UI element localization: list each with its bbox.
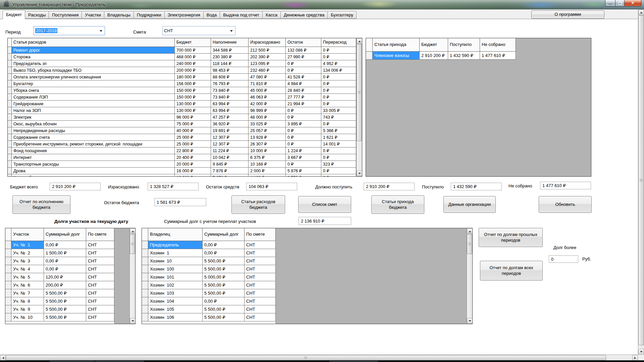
cell-name[interactable]: Фонд поощрения	[12, 147, 175, 154]
cell-remainder[interactable]: 0 ₽	[286, 127, 321, 134]
table-row[interactable]: Вывоз ТБО, уборка площадки ТБО 200 000 ₽…	[8, 67, 356, 74]
cell-owner[interactable]: Хозяин 106	[148, 313, 203, 321]
cell-fill[interactable]: 76 793 ₽	[211, 80, 249, 87]
table-row[interactable]: Содержание ЛЭП 150 000 ₽ 73 840 ₽ 46 063…	[8, 94, 356, 101]
spent-field[interactable]: 1 328 527 ₽	[148, 183, 199, 190]
cell-estimate[interactable]: СНТ	[86, 313, 114, 321]
cell-estimate[interactable]: СНТ	[86, 257, 114, 265]
column-header[interactable]: Участок	[11, 228, 44, 241]
cell-overrun[interactable]: 743 ₽	[321, 114, 356, 121]
table-row[interactable]: Уборка снега 150 000 ₽ 73 840 ₽ 45 000 ₽…	[8, 87, 356, 94]
cell-debt[interactable]: 200,00 ₽	[44, 281, 86, 289]
cell-remainder[interactable]: 0 ₽	[286, 141, 321, 147]
cell-debt[interactable]: 0,00 ₽	[44, 265, 86, 273]
plots-table-scrollbar[interactable]	[129, 228, 135, 324]
cell-debt[interactable]: 1 500,00 ₽	[44, 249, 86, 257]
table-row[interactable]: Налог на ЗОП 130 000 ₽ 63 994 ₽ 96 999 ₽…	[8, 107, 356, 114]
remainder-field[interactable]: 104 063 ₽	[246, 183, 297, 190]
scroll-up-button[interactable]	[467, 228, 473, 234]
row-header[interactable]	[8, 60, 12, 67]
estimate-list-button[interactable]: Список смет	[298, 196, 351, 213]
cell-owner[interactable]: Хозяин 105	[148, 305, 203, 313]
debts-total-field[interactable]: 2 136 910 ₽	[299, 217, 351, 225]
cell-overrun[interactable]: 4 952 ₽	[321, 60, 356, 67]
cell-fill[interactable]: 19 691 ₽	[211, 127, 249, 134]
cell-plot[interactable]: Уч. № 1	[11, 241, 44, 249]
row-header[interactable]	[142, 265, 148, 273]
cell-budget[interactable]: 20 400 ₽	[175, 154, 211, 161]
table-row[interactable]: Уч. № 2 1 500,00 ₽ СНТ	[5, 249, 129, 257]
table-row[interactable]: Дрова 16 000 ₽ 7 876 ₽ 2 000 ₽ 5 876 ₽ 0…	[8, 168, 356, 174]
cell-fill[interactable]: 98 453 ₽	[211, 67, 249, 74]
table-row[interactable]: Приобретение инструмента, ремонт сторожк…	[8, 141, 356, 147]
cell-spent[interactable]: 202 390 ₽	[249, 54, 286, 60]
scroll-left-button[interactable]	[0, 355, 6, 361]
cell-debt[interactable]: 5 000,00 ₽	[203, 273, 245, 281]
cell-fill[interactable]: 63 994 ₽	[211, 107, 249, 114]
cell-fill[interactable]: 230 380 ₽	[211, 54, 249, 60]
column-header[interactable]: Перерасход	[321, 38, 356, 47]
table-row[interactable]: Грейдирование 130 000 ₽ 63 994 ₽ 42 000 …	[8, 101, 356, 107]
table-row[interactable]: Интернет 20 400 ₽ 10 042 ₽ 6 375 ₽ 3 667…	[8, 154, 356, 161]
cell-plot[interactable]: Уч. № 4	[11, 265, 44, 273]
table-row[interactable]: Корм собакам 16 000 ₽ 7 876 ₽ 4 123 ₽ 3 …	[8, 174, 356, 176]
table-row[interactable]: Хозяин 101 5 000,00 ₽ СНТ	[142, 273, 467, 281]
cell-fill[interactable]: 73 840 ₽	[211, 94, 249, 101]
row-header[interactable]	[8, 168, 12, 174]
column-header[interactable]: По смете	[245, 228, 276, 241]
cell-remainder[interactable]: 132 086 ₽	[286, 47, 321, 54]
cell-estimate[interactable]: СНТ	[245, 305, 276, 313]
cell-remainder[interactable]: 41 528 ₽	[286, 74, 321, 80]
tab-budget[interactable]: Бюджет	[3, 10, 25, 19]
cell-budget[interactable]: 40 000 ₽	[175, 127, 211, 134]
row-header[interactable]	[8, 54, 12, 60]
cell-budget[interactable]: 130 000 ₽	[175, 107, 211, 114]
cell-remainder[interactable]: 4 984 ₽	[286, 80, 321, 87]
cell-name[interactable]: Корм собакам	[12, 174, 175, 176]
column-header[interactable]: Не собрано	[480, 38, 516, 52]
cell-remainder[interactable]: 21 994 ₽	[286, 101, 321, 107]
cell-remainder[interactable]: 5 876 ₽	[286, 168, 321, 174]
table-row[interactable]: Окос, вырубка обочин 75 000 ₽ 36 920 ₽ 3…	[8, 121, 356, 127]
row-header[interactable]	[8, 154, 12, 161]
tab-advances[interactable]: Выдача под отчет	[220, 11, 263, 19]
cell-spent[interactable]: 45 000 ₽	[249, 87, 286, 94]
row-header[interactable]	[8, 80, 12, 87]
cell-remainder[interactable]: 28 840 ₽	[286, 87, 321, 94]
cell-fill[interactable]: 10 042 ₽	[211, 154, 249, 161]
tab-cashdesk[interactable]: Касса	[262, 11, 281, 19]
table-row[interactable]: Электрик 96 000 ₽ 47 257 ₽ 48 000 ₽ 0 ₽ …	[8, 114, 356, 121]
cell-budget[interactable]: 75 000 ₽	[175, 121, 211, 127]
cell-overrun[interactable]: 0 ₽	[321, 74, 356, 80]
row-header[interactable]	[5, 281, 11, 289]
cell-estimate[interactable]: СНТ	[245, 257, 276, 265]
scroll-thumb[interactable]	[357, 44, 362, 141]
scroll-up-button[interactable]	[130, 228, 136, 234]
cell-owner[interactable]: Председатель	[148, 241, 203, 249]
row-header[interactable]	[142, 305, 148, 313]
about-button[interactable]: О программе	[531, 10, 604, 19]
cell-overrun[interactable]: 1 621 ₽	[321, 134, 356, 141]
cell-spent[interactable]: 25 057 ₽	[249, 127, 286, 134]
row-header[interactable]	[142, 297, 148, 305]
table-row[interactable]: Уч. № 5 120,00 ₽ СНТ	[5, 273, 129, 281]
scroll-down-button[interactable]	[467, 318, 473, 324]
cell-budget[interactable]: 20 000 ₽	[175, 161, 211, 168]
form-horizontal-scrollbar[interactable]	[0, 355, 638, 360]
cell-owner[interactable]: Хозяин 101	[148, 273, 203, 281]
cell-plot[interactable]: Уч. № 7	[11, 289, 44, 297]
row-header[interactable]	[5, 241, 11, 249]
cell-name[interactable]: Содержание счета	[12, 134, 175, 141]
cell-spent[interactable]: 6 375 ₽	[249, 154, 286, 161]
row-header[interactable]	[366, 52, 373, 60]
cell-spent[interactable]: 47 080 ₽	[249, 74, 286, 80]
cell-estimate[interactable]: СНТ	[245, 281, 276, 289]
budget-total-field[interactable]: 2 910 200 ₽	[50, 183, 101, 190]
scroll-thumb[interactable]	[6, 355, 606, 360]
cell-spent[interactable]: 10 168 ₽	[249, 161, 286, 168]
row-header[interactable]	[142, 273, 148, 281]
scroll-track[interactable]	[130, 234, 135, 318]
row-header[interactable]	[5, 289, 11, 297]
row-header[interactable]	[142, 289, 148, 297]
column-header[interactable]: Бюджет	[420, 38, 448, 52]
